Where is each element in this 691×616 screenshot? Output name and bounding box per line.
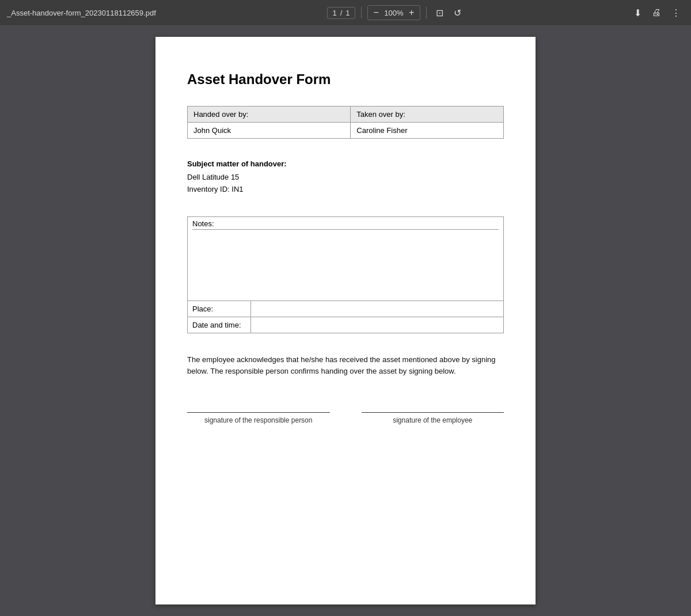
- signature-employee-line: [362, 412, 504, 413]
- signature-employee-block: signature of the employee: [362, 412, 504, 424]
- download-button[interactable]: ⬇: [631, 5, 645, 21]
- page-total: 1: [346, 9, 350, 17]
- print-button[interactable]: 🖨: [648, 5, 665, 20]
- signature-section: signature of the responsible person sign…: [187, 412, 504, 424]
- toolbar-right: ⬇ 🖨 ⋮: [631, 5, 684, 21]
- signature-responsible-block: signature of the responsible person: [187, 412, 330, 424]
- page-info: 1 / 1: [327, 7, 355, 19]
- date-time-label: Date and time:: [188, 317, 251, 333]
- zoom-control: − 100% +: [367, 5, 421, 20]
- notes-label: Notes:: [192, 219, 499, 228]
- fields-table: Notes: Place: Date and time:: [187, 216, 504, 333]
- more-options-button[interactable]: ⋮: [668, 5, 684, 21]
- toolbar-center: 1 / 1 − 100% + ⊡ ↺: [168, 5, 625, 21]
- zoom-in-button[interactable]: +: [407, 7, 416, 18]
- toolbar: _Asset-handover-form_20230118112659.pdf …: [0, 0, 691, 25]
- page-current: 1: [332, 9, 336, 17]
- form-title: Asset Handover Form: [187, 71, 504, 88]
- zoom-value: 100%: [384, 9, 404, 17]
- signature-responsible-label: signature of the responsible person: [187, 416, 330, 424]
- rotate-button[interactable]: ↺: [450, 5, 465, 21]
- toolbar-divider-2: [426, 7, 427, 18]
- handed-over-by-value: John Quick: [188, 123, 351, 139]
- subject-line2: Inventory ID: IN1: [187, 184, 504, 196]
- parties-table: Handed over by: Taken over by: John Quic…: [187, 106, 504, 139]
- col2-header: Taken over by:: [351, 107, 504, 123]
- toolbar-divider: [361, 7, 362, 18]
- page-container: Asset Handover Form Handed over by: Take…: [0, 25, 691, 616]
- notes-content: [192, 229, 499, 298]
- acknowledgement-text: The employee acknowledges that he/she ha…: [187, 354, 504, 378]
- fit-page-button[interactable]: ⊡: [432, 5, 447, 21]
- zoom-out-button[interactable]: −: [371, 7, 381, 18]
- signature-employee-label: signature of the employee: [362, 416, 504, 424]
- subject-section: Subject matter of handover: Dell Latitud…: [187, 159, 504, 196]
- col1-header: Handed over by:: [188, 107, 351, 123]
- date-time-value: [251, 317, 504, 333]
- subject-line1: Dell Latitude 15: [187, 172, 504, 184]
- subject-label: Subject matter of handover:: [187, 159, 504, 168]
- notes-cell: Notes:: [188, 216, 504, 301]
- subject-value: Dell Latitude 15 Inventory ID: IN1: [187, 172, 504, 196]
- taken-over-by-value: Caroline Fisher: [351, 123, 504, 139]
- signature-responsible-line: [187, 412, 330, 413]
- page-separator: /: [340, 9, 343, 17]
- place-value: [251, 301, 504, 317]
- pdf-page: Asset Handover Form Handed over by: Take…: [155, 37, 536, 604]
- place-label: Place:: [188, 301, 251, 317]
- filename-label: _Asset-handover-form_20230118112659.pdf: [7, 9, 156, 17]
